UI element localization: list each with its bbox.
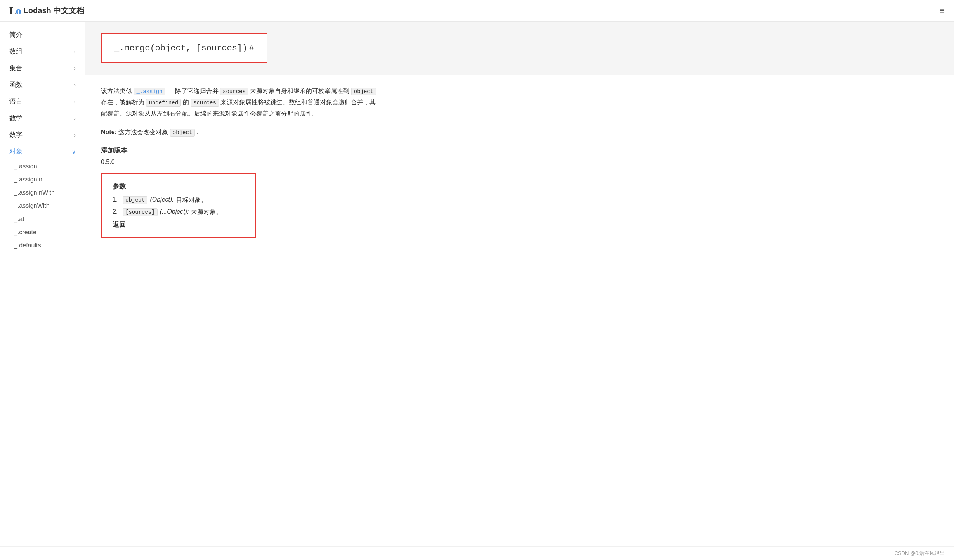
chevron-right-icon: › xyxy=(74,82,76,88)
sidebar-item-label: 数学 xyxy=(9,114,23,123)
desc-prefix: 该方法类似 xyxy=(101,88,132,94)
param-code-1: object xyxy=(123,196,147,204)
sidebar: 简介 数组 › 集合 › 函数 › 语言 › 数学 › 数字 › 对象 ∨ xyxy=(0,22,85,546)
content-area: _.merge(object, [sources]) # 该方法类似 _.ass… xyxy=(85,22,954,546)
param-code-2: [sources] xyxy=(123,208,158,216)
sidebar-item-label: 简介 xyxy=(9,30,23,39)
note-section: Note: 这方法会改变对象 object . xyxy=(101,127,938,138)
sidebar-item-number[interactable]: 数字 › xyxy=(0,126,85,143)
params-list: 1. object (Object): 目标对象。 2. [sources] (… xyxy=(113,196,245,216)
chevron-right-icon: › xyxy=(74,115,76,121)
version-section-title: 添加版本 xyxy=(101,146,938,155)
sidebar-item-collection[interactable]: 集合 › xyxy=(0,60,85,76)
sidebar-item-array[interactable]: 数组 › xyxy=(0,43,85,60)
return-title: 返回 xyxy=(113,220,245,229)
chevron-right-icon: › xyxy=(74,48,76,55)
params-title: 参数 xyxy=(113,182,245,191)
note-text: 这方法会改变对象 xyxy=(118,129,168,135)
desc-suffix4: 来源对象属性将被跳过。数组和普通对象会递归合并，其 xyxy=(220,99,376,105)
desc-suffix5: 配覆盖。源对象从从左到右分配。后续的来源对象属性会覆盖之前分配的属性。 xyxy=(101,110,318,117)
note-label: Note: xyxy=(101,129,117,135)
logo-mark: Lo xyxy=(9,5,21,17)
chevron-right-icon: › xyxy=(74,65,76,71)
params-box: 参数 1. object (Object): 目标对象。 2. [sources… xyxy=(101,173,256,238)
menu-icon[interactable]: ≡ xyxy=(940,6,945,16)
sources-code-ref: sources xyxy=(220,88,248,95)
param-item-1: 1. object (Object): 目标对象。 xyxy=(113,196,245,204)
sidebar-item-function[interactable]: 函数 › xyxy=(0,76,85,93)
param-type-2: (...Object): xyxy=(160,208,189,215)
undefined-code-ref: undefined xyxy=(146,99,181,107)
sidebar-item-lang[interactable]: 语言 › xyxy=(0,93,85,110)
function-signature: _.merge(object, [sources]) xyxy=(114,43,247,53)
param-desc-1: 目标对象。 xyxy=(176,196,207,204)
param-desc-2: 来源对象。 xyxy=(191,208,222,216)
version-value: 0.5.0 xyxy=(101,159,938,166)
object-code-ref: object xyxy=(351,88,376,95)
chevron-right-icon: › xyxy=(74,99,76,105)
desc-suffix2: 存在，被解析为 xyxy=(101,99,144,105)
param-item-2: 2. [sources] (...Object): 来源对象。 xyxy=(113,208,245,216)
logo-area: Lo Lodash 中文文档 xyxy=(9,5,84,17)
param-num-1: 1. xyxy=(113,196,120,203)
sidebar-sub-item-assignWith[interactable]: _.assignWith xyxy=(0,199,85,213)
sidebar-item-label: 语言 xyxy=(9,97,23,106)
sidebar-item-intro[interactable]: 简介 xyxy=(0,26,85,43)
sidebar-sub-item-at[interactable]: _.at xyxy=(0,213,85,226)
assign-code-ref: _.assign xyxy=(134,88,165,95)
sidebar-sub-item-assignInWith[interactable]: _.assignInWith xyxy=(0,186,85,199)
function-signature-box: _.merge(object, [sources]) # xyxy=(101,33,267,63)
main-layout: 简介 数组 › 集合 › 函数 › 语言 › 数学 › 数字 › 对象 ∨ xyxy=(0,22,954,546)
sidebar-item-label: 集合 xyxy=(9,64,23,73)
sidebar-item-label: 数组 xyxy=(9,47,23,56)
sidebar-item-label: 函数 xyxy=(9,80,23,89)
sources-code-ref2: sources xyxy=(191,99,219,107)
description-paragraph: 该方法类似 _.assign ， 除了它递归合并 sources 来源对象自身和… xyxy=(101,86,938,119)
sidebar-sub-item-assign[interactable]: _.assign xyxy=(0,160,85,173)
note-period: . xyxy=(197,129,198,135)
sidebar-item-math[interactable]: 数学 › xyxy=(0,110,85,126)
site-title: Lodash 中文文档 xyxy=(24,5,85,16)
chevron-right-icon: › xyxy=(74,132,76,138)
sidebar-sub-item-create[interactable]: _.create xyxy=(0,226,85,239)
note-object-code: object xyxy=(170,129,195,137)
sidebar-item-object[interactable]: 对象 ∨ xyxy=(0,143,85,160)
sidebar-sub-item-assignIn[interactable]: _.assignIn xyxy=(0,173,85,186)
desc-middle: ， 除了它递归合并 xyxy=(167,88,218,94)
param-type-1: (Object): xyxy=(150,196,173,203)
param-num-2: 2. xyxy=(113,208,120,215)
sidebar-item-label: 数字 xyxy=(9,130,23,139)
function-header-section: _.merge(object, [sources]) # xyxy=(85,22,954,75)
header: Lo Lodash 中文文档 ≡ xyxy=(0,0,954,22)
hash-anchor[interactable]: # xyxy=(249,43,254,53)
sidebar-item-label: 对象 xyxy=(9,147,23,156)
desc-suffix1: 来源对象自身和继承的可枚举属性到 xyxy=(250,88,349,94)
sidebar-sub-item-defaults[interactable]: _.defaults xyxy=(0,239,85,252)
footer-text: CSDN @0.活在风浪里 xyxy=(895,550,945,556)
desc-suffix3: 的 xyxy=(183,99,189,105)
chevron-down-icon: ∨ xyxy=(72,149,76,155)
footer: CSDN @0.活在风浪里 xyxy=(0,546,954,560)
content-body: 该方法类似 _.assign ， 除了它递归合并 sources 来源对象自身和… xyxy=(85,75,954,256)
